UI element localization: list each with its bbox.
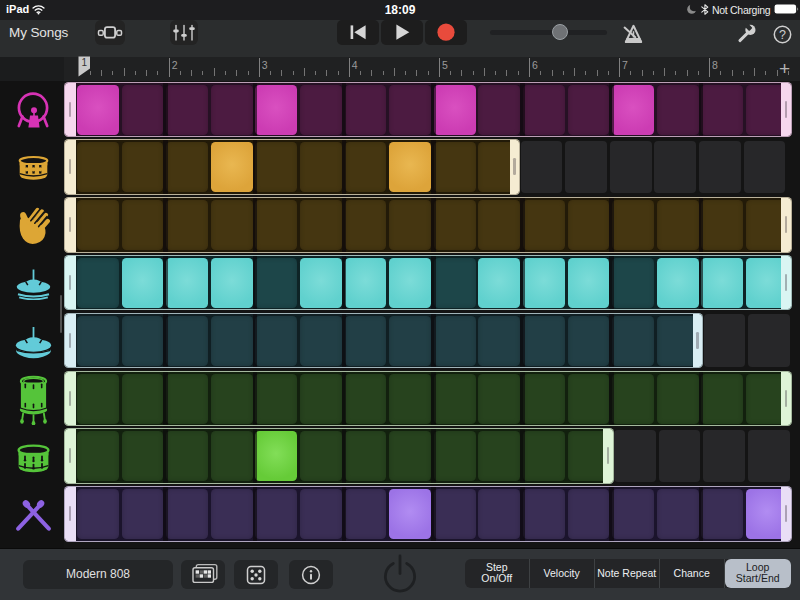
svg-text:1: 1 bbox=[82, 57, 88, 68]
svg-text:?: ? bbox=[779, 28, 786, 42]
